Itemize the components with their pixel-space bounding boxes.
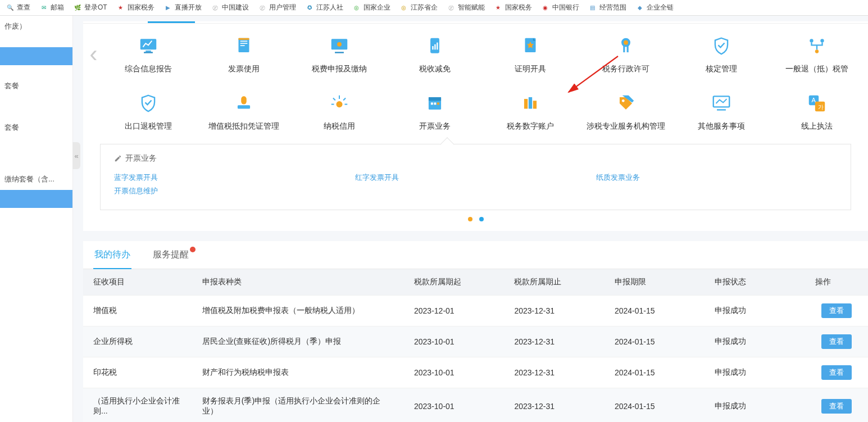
bookmark-label: 用户管理 (269, 3, 296, 12)
bookmark-label: 直播开放 (175, 3, 202, 12)
table-cell: 增值税 (83, 296, 192, 326)
view-button[interactable]: 查看 (821, 365, 852, 380)
sidebar-highlight[interactable] (0, 190, 72, 208)
todo-tabs: 我的待办 服务提醒 (83, 241, 868, 269)
service-vat-deduct[interactable]: 增值税抵扣凭证管理 (196, 91, 292, 131)
bookmark-item[interactable]: ◆企业全链 (632, 2, 677, 13)
sidebar-item[interactable]: 作废） (0, 16, 72, 37)
service-label: 税务数字账户 (483, 121, 578, 131)
table-header: 税款所属期起 (404, 269, 504, 296)
table-cell: 2023-12-31 (504, 296, 604, 326)
link-blue-invoice[interactable]: 蓝字发票开具 (114, 173, 355, 183)
table-row: 企业所得税居民企业(查账征收)所得税月（季）申报2023-10-012023-1… (83, 326, 868, 357)
services-card: ‹ 综合信息报告发票使用税费申报及缴纳税收减免证明开具税务行政许可核定管理一般退… (83, 21, 868, 231)
bookmark-item[interactable]: ✪江苏人社 (302, 2, 347, 13)
table-cell-action: 查看 (805, 296, 868, 326)
view-button[interactable]: 查看 (821, 334, 852, 349)
services-row-2: ‹ 出口退税管理增值税抵扣凭证管理纳税信用开票业务税务数字账户涉税专业服务机构管… (83, 80, 868, 137)
service-label: 税务行政许可 (578, 64, 674, 74)
bookmark-favicon-icon: 🔍 (6, 3, 15, 12)
table-cell: 申报成功 (705, 357, 805, 388)
bookmark-item[interactable]: ◎国家企业 (349, 2, 394, 13)
table-cell: 2023-10-01 (404, 357, 504, 388)
sidebar-highlight[interactable] (0, 47, 72, 65)
bookmark-label: 经营范围 (599, 3, 626, 12)
bookmark-favicon-icon: ◉ (541, 3, 550, 12)
bookmark-item[interactable]: ▶直播开放 (160, 2, 205, 13)
table-header: 申报表种类 (192, 269, 404, 296)
services-prev-button[interactable]: ‹ (87, 40, 101, 67)
service-other-service[interactable]: 其他服务事项 (674, 91, 769, 131)
service-label: 增值税抵扣凭证管理 (196, 121, 292, 131)
table-cell: 2023-12-01 (404, 296, 504, 326)
service-analytics-report[interactable]: 综合信息报告 (101, 34, 196, 74)
tab-my-todo[interactable]: 我的待办 (93, 241, 131, 269)
sidebar-spacer (0, 138, 72, 148)
bookmark-item[interactable]: 🌿登录OT (70, 2, 111, 13)
service-export-refund[interactable]: 出口退税管理 (101, 91, 196, 131)
service-tax-declare[interactable]: 税费申报及缴纳 (292, 34, 387, 74)
service-tax-credit[interactable]: 纳税信用 (292, 91, 387, 131)
link-paper-invoice[interactable]: 纸质发票业务 (596, 173, 837, 183)
table-cell: 2023-12-31 (504, 357, 604, 388)
vat-deduct-icon (196, 91, 292, 116)
service-invoice-use[interactable]: 发票使用 (196, 34, 292, 74)
service-label: 开票业务 (387, 121, 483, 131)
table-cell: 2024-01-15 (605, 388, 705, 423)
bookmark-item[interactable]: ★国家税务 (113, 2, 158, 13)
table-cell: 申报成功 (705, 296, 805, 326)
tax-reduce-icon (387, 34, 483, 58)
bookmark-item[interactable]: ▤经营范围 (585, 2, 630, 13)
certificate-icon (483, 34, 578, 58)
service-check-manage[interactable]: 核定管理 (674, 34, 769, 74)
carousel-dots[interactable] (83, 210, 868, 223)
bookmark-label: 邮箱 (51, 3, 64, 12)
sidebar-item[interactable]: 套餐 (0, 75, 72, 97)
link-red-invoice[interactable]: 红字发票开具 (355, 173, 596, 183)
bookmark-item[interactable]: ✉邮箱 (36, 2, 67, 13)
table-cell-action: 查看 (805, 388, 868, 423)
service-tax-reduce[interactable]: 税收减免 (387, 34, 483, 74)
bookmark-label: 国家税务 (128, 3, 154, 12)
bookmark-item[interactable]: ◉中国银行 (538, 2, 583, 13)
service-digital-account[interactable]: 税务数字账户 (483, 91, 578, 131)
sidebar-item[interactable]: 套餐 (0, 117, 72, 138)
view-button[interactable]: 查看 (821, 303, 852, 318)
service-certificate[interactable]: 证明开具 (483, 34, 578, 74)
invoice-use-icon (196, 34, 292, 58)
table-row: 印花税财产和行为税纳税申报表2023-10-012023-12-312024-0… (83, 357, 868, 388)
online-enforce-icon (769, 91, 865, 116)
service-online-enforce[interactable]: 线上执法 (769, 91, 865, 131)
bookmark-item[interactable]: ㊣用户管理 (255, 2, 299, 13)
todo-table: 征收项目申报表种类税款所属期起税款所属期止申报期限申报状态操作 增值税增值税及附… (83, 269, 868, 422)
bookmark-item[interactable]: 🔍查查 (2, 2, 34, 13)
table-cell: 2024-01-15 (605, 326, 705, 357)
bookmark-label: 查查 (17, 3, 30, 12)
sidebar-spacer (0, 158, 72, 169)
admin-license-icon (578, 34, 674, 58)
service-label: 出口退税管理 (101, 121, 196, 131)
table-cell-action: 查看 (805, 357, 868, 388)
sidebar-item[interactable]: 缴纳套餐（含... (0, 169, 72, 190)
service-label: 税收减免 (387, 64, 483, 74)
service-label: 涉税专业服务机构管理 (578, 121, 674, 131)
table-cell: 财务报表月(季)申报（适用执行小企业会计准则的企业） (192, 388, 404, 423)
tab-service-alert[interactable]: 服务提醒 (152, 241, 190, 269)
table-cell: 申报成功 (705, 388, 805, 423)
table-cell: 2023-12-31 (504, 326, 604, 357)
service-label: 证明开具 (483, 64, 578, 74)
link-invoice-info[interactable]: 开票信息维护 (114, 186, 355, 196)
sidebar-collapse-toggle[interactable]: « (72, 142, 80, 169)
bookmark-item[interactable]: ㊣智能赋能 (443, 2, 488, 13)
bookmark-label: 中国建设 (222, 3, 249, 12)
bookmark-item[interactable]: ★国家税务 (490, 2, 535, 13)
service-invoice-biz[interactable]: 开票业务 (387, 91, 483, 131)
bookmark-item[interactable]: ◎江苏省企 (396, 2, 441, 13)
service-refund-manage[interactable]: 一般退（抵）税管 (769, 34, 865, 74)
service-pro-service[interactable]: 涉税专业服务机构管理 (578, 91, 674, 131)
bookmark-item[interactable]: ㊣中国建设 (207, 2, 252, 13)
pro-service-icon (578, 91, 674, 116)
view-button[interactable]: 查看 (821, 399, 852, 414)
service-admin-license[interactable]: 税务行政许可 (578, 34, 674, 74)
tax-credit-icon (292, 91, 387, 116)
